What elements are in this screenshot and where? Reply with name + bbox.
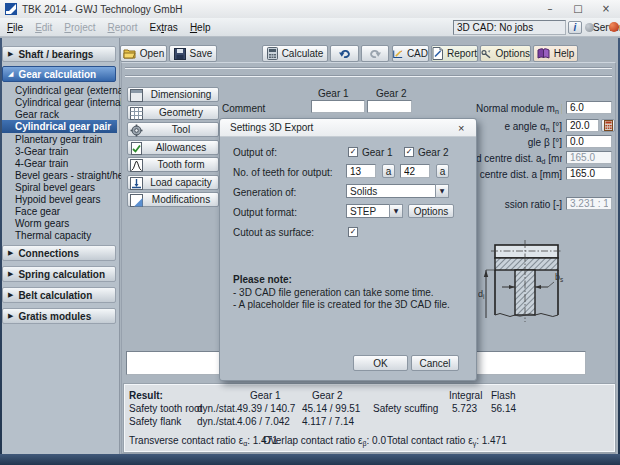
result-row-gear1-value: 4.06 / 7.042 bbox=[237, 416, 290, 427]
output-format-label: Output format: bbox=[233, 207, 297, 218]
menu-help[interactable]: Help bbox=[190, 22, 211, 33]
dialog-title: Settings 3D Export bbox=[230, 122, 313, 133]
module-load-capacity-button[interactable]: Load capacity bbox=[127, 175, 219, 190]
module-modifications-button[interactable]: Modifications bbox=[127, 192, 219, 207]
sidebar-item-thermal-capacity[interactable]: Thermal capacity bbox=[2, 229, 117, 242]
options-button[interactable]: Options bbox=[480, 45, 531, 62]
comment-gear1-input[interactable] bbox=[311, 100, 365, 113]
gear-cross-section-diagram: di bs bbox=[478, 240, 584, 340]
module-geometry-button[interactable]: Geometry bbox=[127, 105, 219, 120]
info-button[interactable]: i bbox=[568, 21, 582, 34]
pressure-angle-input[interactable] bbox=[566, 119, 599, 132]
tool-gear-icon bbox=[130, 124, 143, 137]
generation-of-label: Generation of: bbox=[233, 187, 296, 198]
sidebar-section-gear-calculation[interactable]: ◢Gear calculation bbox=[2, 66, 116, 82]
result-row-gear1-value: 49.39 / 140.7 bbox=[237, 403, 295, 414]
undo-icon bbox=[338, 48, 351, 59]
centre-distance-input[interactable] bbox=[566, 167, 612, 180]
gear1-checkbox[interactable]: ✓ bbox=[348, 147, 358, 157]
menu-edit[interactable]: Edit bbox=[35, 22, 52, 33]
gear1-teeth-input[interactable] bbox=[346, 164, 376, 178]
menu-report[interactable]: Report bbox=[107, 22, 137, 33]
dialog-close-icon[interactable]: × bbox=[458, 122, 464, 134]
helix-angle-input[interactable] bbox=[566, 135, 612, 148]
comment-gear2-input[interactable] bbox=[367, 100, 412, 113]
cutout-checkbox[interactable]: ✓ bbox=[348, 227, 358, 237]
sidebar-section-connections[interactable]: ▶Connections bbox=[2, 245, 116, 261]
result-scuffing-integral: 5.723 bbox=[452, 403, 477, 414]
collapsed-triangle-icon: ▶ bbox=[8, 312, 13, 320]
module-dimensioning-button[interactable]: Dimensioning bbox=[127, 87, 219, 102]
expanded-triangle-icon: ◢ bbox=[8, 70, 13, 78]
sidebar-item-cylindrical-gear-pair[interactable]: Cylindrical gear pair bbox=[2, 120, 117, 133]
output-format-dropdown-value: STEP bbox=[346, 204, 389, 218]
undo-button[interactable] bbox=[330, 45, 359, 62]
save-button[interactable]: Save bbox=[169, 45, 217, 62]
maximize-button[interactable]: □ bbox=[564, 0, 592, 17]
dropdown-arrow-icon[interactable]: ▼ bbox=[389, 204, 403, 218]
note-line-1: - 3D CAD file generation can take some t… bbox=[233, 287, 434, 298]
angle-calculator-button[interactable] bbox=[601, 119, 615, 132]
format-options-button[interactable]: Options bbox=[408, 204, 454, 218]
calculate-button[interactable]: Calculate bbox=[262, 45, 328, 62]
gear2-teeth-input[interactable] bbox=[400, 164, 430, 178]
gear1-checkbox-label: Gear 1 bbox=[362, 147, 393, 158]
load-capacity-icon bbox=[130, 177, 143, 190]
help-button[interactable]: Help bbox=[533, 45, 578, 62]
transmission-ratio-input bbox=[566, 197, 612, 210]
toolbar-separator bbox=[125, 67, 612, 69]
open-button[interactable]: Open bbox=[120, 45, 167, 62]
app-window: { "window": {"title": "TBK 2014 - GWJ Te… bbox=[0, 0, 620, 465]
geometry-icon bbox=[130, 107, 143, 120]
result-scuffing-label: Safety scuffing bbox=[373, 403, 438, 414]
result-scuffing-flash: 56.14 bbox=[491, 403, 516, 414]
cad-status-field: 3D CAD: No jobs bbox=[453, 20, 566, 35]
centre-distance-label: centre dist. a [mm] bbox=[476, 169, 562, 180]
results-col-gear2: Gear 2 bbox=[312, 390, 343, 401]
minimize-button[interactable]: – bbox=[536, 0, 564, 17]
menu-project[interactable]: Project bbox=[64, 22, 95, 33]
generation-dropdown[interactable]: Solids ▼ bbox=[346, 184, 449, 198]
normal-module-input[interactable] bbox=[566, 101, 612, 114]
cancel-button[interactable]: Cancel bbox=[411, 355, 459, 371]
window-bottom-frame bbox=[0, 454, 620, 465]
module-tool-button[interactable]: Tool bbox=[127, 122, 219, 137]
module-allowances-button[interactable]: Allowances bbox=[127, 140, 219, 155]
report-button[interactable]: Report bbox=[431, 45, 478, 62]
gear2-column-header: Gear 2 bbox=[376, 88, 407, 99]
menu-file[interactable]: File bbox=[7, 22, 23, 33]
redo-button[interactable] bbox=[361, 45, 389, 62]
sidebar-section-gratis-modules[interactable]: ▶Gratis modules bbox=[2, 308, 116, 324]
collapsed-triangle-icon: ▶ bbox=[8, 249, 13, 257]
gear2-checkbox[interactable]: ✓ bbox=[404, 147, 414, 157]
gear1-teeth-auto-button[interactable]: a bbox=[382, 164, 395, 178]
menu-extras[interactable]: Extras bbox=[150, 22, 178, 33]
ok-button[interactable]: OK bbox=[353, 355, 408, 371]
options-wrench-icon bbox=[481, 48, 492, 60]
window-title: TBK 2014 - GWJ Technology GmbH bbox=[22, 4, 182, 15]
window-left-frame bbox=[0, 38, 2, 454]
open-folder-icon bbox=[123, 48, 136, 59]
sidebar-section-spring-calculation[interactable]: ▶Spring calculation bbox=[2, 266, 116, 282]
gear2-teeth-auto-button[interactable]: a bbox=[436, 164, 449, 178]
dropdown-arrow-icon[interactable]: ▼ bbox=[435, 184, 449, 198]
normal-module-label: Normal module mn [mm] bbox=[476, 103, 562, 115]
title-bar: TBK 2014 - GWJ Technology GmbH bbox=[0, 0, 620, 19]
results-col-gear1: Gear 1 bbox=[250, 390, 281, 401]
toolbar-separator bbox=[125, 75, 612, 77]
results-title: Result: bbox=[129, 390, 163, 401]
sidebar-section-belt-calculation[interactable]: ▶Belt calculation bbox=[2, 287, 116, 303]
module-tooth-form-button[interactable]: Tooth form bbox=[127, 157, 219, 172]
transmission-ratio-label: ssion ratio [-] bbox=[476, 199, 562, 210]
cad-button[interactable]: CAD bbox=[392, 45, 429, 62]
help-book-icon bbox=[537, 48, 550, 60]
gear1-column-header: Gear 1 bbox=[318, 88, 349, 99]
redo-icon bbox=[369, 48, 382, 59]
note-line-2: - A placeholder file is created for the … bbox=[233, 299, 450, 310]
close-button[interactable]: × bbox=[592, 0, 620, 17]
sidebar: ▶Shaft / bearings ◢Gear calculation Cyli… bbox=[0, 38, 120, 454]
diagram-bs-label: bs bbox=[555, 272, 564, 283]
cutout-as-surface-label: Cutout as surface: bbox=[233, 227, 314, 238]
output-format-dropdown[interactable]: STEP ▼ bbox=[346, 204, 403, 218]
sidebar-section-shaft-bearings[interactable]: ▶Shaft / bearings bbox=[2, 46, 116, 62]
